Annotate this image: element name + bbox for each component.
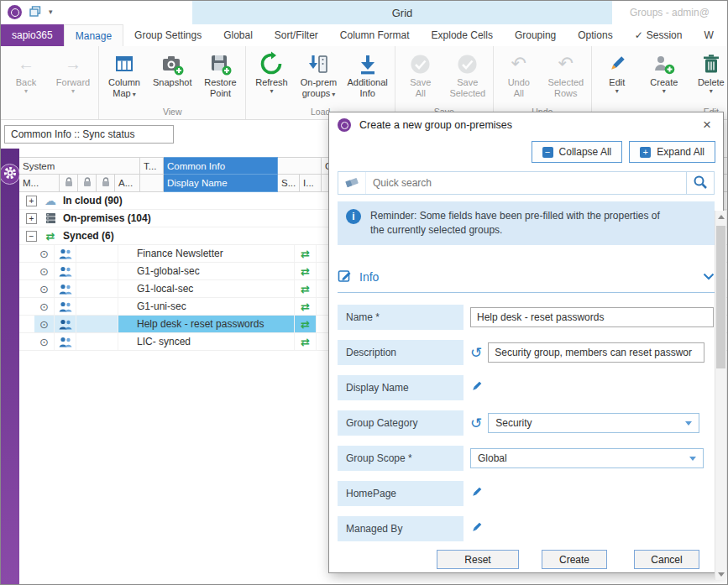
collapse-icon[interactable]: − bbox=[26, 231, 37, 242]
col-subheader-s[interactable]: S... bbox=[278, 175, 300, 192]
save-all-button[interactable]: Save All bbox=[397, 47, 444, 99]
create-group-dialog: Create a new group on-premises × − Colla… bbox=[328, 112, 724, 573]
additional-info-button[interactable]: Additional Info bbox=[342, 47, 392, 99]
tab-session[interactable]: ✓ Session bbox=[624, 24, 694, 46]
sync-icon: ⇄ bbox=[43, 230, 58, 243]
quick-access-caret-icon[interactable]: ▾ bbox=[49, 8, 53, 16]
group-type-icon bbox=[55, 298, 76, 315]
col-subheader-locked[interactable] bbox=[78, 175, 97, 192]
check-circle-icon bbox=[456, 50, 479, 77]
tab-global[interactable]: Global bbox=[212, 24, 264, 46]
scroll-down-icon[interactable] bbox=[715, 568, 726, 580]
sapio365-logo-icon bbox=[338, 118, 351, 132]
row-target-icon[interactable]: ⊙ bbox=[34, 316, 55, 332]
create-button[interactable]: Create bbox=[542, 550, 607, 569]
window-copy-icon[interactable] bbox=[29, 6, 41, 19]
col-header-system[interactable]: System bbox=[19, 157, 140, 175]
undo-selected-rows-button[interactable]: ↶ Selected Rows bbox=[542, 47, 589, 99]
tab-grouping[interactable]: Grouping bbox=[504, 24, 567, 46]
caret-down-icon bbox=[689, 457, 696, 461]
revert-field-icon[interactable]: ↺ bbox=[470, 416, 482, 431]
tab-explode-cells[interactable]: Explode Cells bbox=[421, 24, 504, 46]
scroll-up-icon[interactable] bbox=[715, 211, 726, 222]
group-category-select[interactable]: Security bbox=[488, 413, 699, 433]
chevron-down-icon[interactable] bbox=[703, 271, 715, 283]
name-input[interactable] bbox=[470, 307, 714, 327]
settings-gear-button[interactable] bbox=[0, 164, 20, 185]
col-header-common-info[interactable]: Common Info bbox=[164, 157, 278, 175]
group-row-label: In cloud (90) bbox=[63, 195, 123, 206]
scrollbar-thumb[interactable] bbox=[716, 226, 725, 368]
eraser-icon bbox=[344, 175, 359, 191]
ribbon-group-save: Save All Save Selected Save bbox=[395, 46, 493, 119]
reset-button[interactable]: Reset bbox=[437, 550, 519, 569]
expand-all-button[interactable]: + Expand All bbox=[629, 141, 715, 163]
info-section-header[interactable]: Info bbox=[338, 269, 715, 293]
edit-field-pencil-icon[interactable] bbox=[470, 486, 483, 501]
column-filter-combo[interactable]: Common Info :: Sync status bbox=[4, 125, 174, 144]
cancel-button[interactable]: Cancel bbox=[634, 550, 699, 569]
col-subheader-locked[interactable] bbox=[60, 175, 78, 192]
person-plus-icon bbox=[652, 50, 675, 77]
tab-window-clipped[interactable]: W bbox=[693, 24, 724, 46]
description-input[interactable] bbox=[488, 342, 704, 363]
tab-sapio365[interactable]: sapio365 bbox=[1, 24, 64, 46]
back-button[interactable]: ← Back ▾ bbox=[3, 47, 50, 95]
display-name-cell[interactable]: G1-local-sec bbox=[118, 280, 295, 297]
display-name-cell[interactable]: G1-global-sec bbox=[118, 263, 295, 279]
col-subheader-m[interactable]: M... bbox=[19, 175, 60, 192]
display-name-cell[interactable]: Help desk - reset passwords bbox=[118, 316, 295, 332]
col-subheader-locked[interactable] bbox=[97, 175, 115, 192]
col-header-spacer bbox=[278, 157, 322, 175]
on-prem-groups-button[interactable]: On-prem groups▾ bbox=[295, 47, 342, 100]
column-map-button[interactable]: Column Map▾ bbox=[101, 47, 148, 100]
quick-search-input[interactable] bbox=[366, 172, 686, 194]
field-label: Group Scope * bbox=[338, 446, 464, 471]
save-selected-button[interactable]: Save Selected bbox=[444, 47, 491, 99]
tab-column-format[interactable]: Column Format bbox=[329, 24, 421, 46]
tab-manage[interactable]: Manage bbox=[64, 24, 123, 46]
row-target-icon[interactable]: ⊙ bbox=[34, 263, 55, 279]
row-target-icon[interactable]: ⊙ bbox=[34, 333, 55, 350]
display-name-cell[interactable]: Finance Newsletter bbox=[118, 245, 295, 262]
snapshot-button[interactable]: Snapshot bbox=[148, 47, 196, 88]
display-name-cell[interactable]: LIC- synced bbox=[118, 333, 295, 350]
revert-field-icon[interactable]: ↺ bbox=[470, 346, 482, 360]
ribbon-group-nav: ← Back ▾ → Forward ▾ bbox=[1, 46, 98, 119]
row-target-icon[interactable]: ⊙ bbox=[34, 298, 55, 315]
expand-icon[interactable]: + bbox=[26, 196, 37, 206]
search-button[interactable] bbox=[686, 172, 714, 194]
refresh-button[interactable]: Refresh ▾ bbox=[248, 47, 295, 95]
edit-field-pencil-icon[interactable] bbox=[470, 521, 483, 536]
col-subheader-a[interactable]: A... bbox=[115, 175, 140, 192]
edit-button[interactable]: Edit ▾ bbox=[594, 47, 641, 95]
row-target-icon[interactable]: ⊙ bbox=[34, 280, 55, 297]
ribbon-toolbar: ← Back ▾ → Forward ▾ Column bbox=[1, 46, 727, 120]
close-icon[interactable]: × bbox=[696, 116, 718, 134]
collapse-icon: − bbox=[542, 147, 553, 158]
restore-point-button[interactable]: Restore Point bbox=[196, 47, 244, 99]
undo-all-button[interactable]: ↶ Undo All bbox=[495, 47, 542, 99]
caret-down-icon: ▾ bbox=[71, 88, 75, 95]
collapse-all-button[interactable]: − Collapse All bbox=[532, 141, 623, 163]
server-icon bbox=[43, 212, 58, 224]
delete-button[interactable]: Delete ▾ bbox=[688, 47, 727, 95]
group-scope-select[interactable]: Global bbox=[470, 448, 704, 468]
clear-search-button[interactable] bbox=[338, 172, 366, 194]
col-subheader-t[interactable] bbox=[140, 175, 164, 192]
vertical-scrollbar[interactable] bbox=[715, 211, 726, 580]
edit-field-pencil-icon[interactable] bbox=[470, 380, 483, 395]
field-label: Group Category bbox=[338, 410, 464, 436]
dialog-title: Create a new group on-premises bbox=[359, 119, 512, 131]
col-subheader-i[interactable]: I... bbox=[300, 175, 322, 192]
col-header-type[interactable]: T... bbox=[140, 157, 164, 175]
tab-sort-filter[interactable]: Sort/Filter bbox=[264, 24, 329, 46]
tab-options[interactable]: Options bbox=[567, 24, 623, 46]
display-name-cell[interactable]: G1-uni-sec bbox=[118, 298, 295, 315]
col-subheader-display-name[interactable]: Display Name bbox=[164, 175, 278, 192]
create-button[interactable]: Create ▾ bbox=[641, 47, 688, 95]
forward-button[interactable]: → Forward ▾ bbox=[50, 47, 97, 95]
tab-group-settings[interactable]: Group Settings bbox=[123, 24, 212, 46]
expand-icon[interactable]: + bbox=[26, 213, 37, 224]
row-target-icon[interactable]: ⊙ bbox=[34, 245, 55, 262]
